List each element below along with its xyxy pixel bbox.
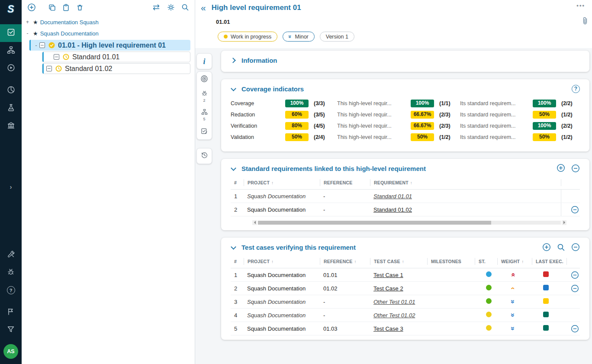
test-case-link[interactable]: Other Test 01.01: [373, 299, 415, 305]
delete-icon[interactable]: [76, 4, 84, 11]
tab-verifying-test-cases[interactable]: [197, 124, 212, 139]
remove-link-button[interactable]: [571, 243, 580, 251]
status-chip[interactable]: Work in progress: [218, 32, 277, 42]
coverage-ratio: (1/2): [558, 112, 579, 118]
collapse-tree-icon[interactable]: [201, 4, 206, 12]
cell-test-case: Other Test 01.02: [370, 312, 427, 319]
nav-help[interactable]: [0, 281, 22, 299]
cell-project: Squash Documentation: [244, 272, 320, 278]
attachment-icon[interactable]: [582, 16, 589, 26]
coverage-badge: 66.67%: [411, 111, 434, 119]
test-case-link[interactable]: Test Case 1: [373, 272, 403, 278]
section-header[interactable]: Information: [231, 53, 580, 68]
chevron-down-icon[interactable]: [231, 245, 236, 250]
column-header-num[interactable]: #: [231, 258, 244, 265]
test-cases-table: # PROJECT REFERENCE TEST CASE MILESTONES…: [231, 254, 580, 335]
cell-requirement: Standard 01.02: [370, 206, 561, 213]
nav-executions[interactable]: [0, 60, 22, 77]
search-icon[interactable]: [557, 243, 565, 251]
copy-icon[interactable]: [48, 4, 56, 11]
collapse-icon[interactable]: -: [33, 42, 39, 48]
nav-requirements[interactable]: [0, 24, 22, 42]
remove-row-button[interactable]: [571, 325, 579, 333]
tab-coverage[interactable]: [197, 72, 212, 87]
cell-project: Squash Documentation: [244, 325, 320, 332]
add-link-button[interactable]: [557, 164, 565, 174]
nav-filter[interactable]: [0, 321, 22, 339]
nav-tools[interactable]: [0, 246, 22, 264]
tree-checkbox[interactable]: [54, 54, 59, 60]
chevron-down-icon[interactable]: [231, 166, 236, 171]
tree-node-standard-requirement[interactable]: Standard 01.01: [42, 52, 190, 62]
remove-row-button[interactable]: [571, 206, 579, 214]
paste-icon[interactable]: [62, 4, 70, 11]
tab-linked-requirements[interactable]: 5: [197, 106, 212, 124]
coverage-ratio: (3/5): [310, 112, 337, 118]
section-header[interactable]: Standard requirements linked to this hig…: [231, 161, 580, 176]
tree-checkbox[interactable]: [46, 66, 52, 71]
column-header-weight[interactable]: WEIGHT: [497, 258, 532, 265]
column-header-last-exec[interactable]: LAST EXEC.: [532, 258, 566, 265]
cell-last-exec: [532, 325, 566, 332]
squash-logo[interactable]: S: [0, 0, 22, 18]
column-header-status[interactable]: ST.: [475, 258, 497, 265]
help-icon[interactable]: [572, 85, 580, 93]
scrollbar-thumb[interactable]: [258, 221, 491, 225]
cell-reference: 01.02: [320, 285, 370, 292]
cell-reference: 01.03: [320, 325, 370, 332]
search-icon[interactable]: [181, 3, 189, 11]
column-header-num[interactable]: #: [231, 179, 244, 186]
criticality-chip[interactable]: Minor: [283, 32, 315, 42]
nav-bug-tracker[interactable]: [0, 264, 22, 281]
expand-icon[interactable]: +: [24, 19, 31, 25]
user-avatar[interactable]: AS: [3, 344, 18, 359]
column-header-test-case[interactable]: TEST CASE: [370, 258, 427, 265]
requirement-link[interactable]: Standard 01.01: [373, 193, 412, 200]
tree-node-high-level-requirement[interactable]: - 01.01 - High level requirement 01: [29, 40, 190, 51]
requirement-link[interactable]: Standard 01.02: [373, 206, 412, 213]
scroll-left-button[interactable]: [252, 220, 257, 225]
section-header[interactable]: Test cases verifying this requirement: [231, 240, 580, 254]
more-options-icon[interactable]: [576, 2, 585, 9]
scrollbar-track[interactable]: [258, 221, 561, 225]
tab-anomalies[interactable]: 2: [197, 87, 212, 106]
test-case-link[interactable]: Test Case 2: [373, 285, 403, 292]
column-header-requirement[interactable]: REQUIREMENT: [370, 179, 561, 186]
nav-reports[interactable]: [0, 82, 22, 100]
tree-node-project[interactable]: + Documentation Squash: [22, 16, 195, 28]
collapse-icon[interactable]: -: [24, 30, 31, 36]
column-header-project[interactable]: PROJECT: [244, 258, 320, 265]
test-case-link[interactable]: Other Test 01.02: [373, 312, 415, 319]
tab-information[interactable]: [197, 54, 212, 69]
column-header-reference[interactable]: REFERENCE: [320, 179, 370, 186]
remove-link-button[interactable]: [571, 164, 580, 173]
scroll-right-button[interactable]: [562, 220, 566, 225]
gear-icon[interactable]: [167, 3, 175, 11]
nav-milestones[interactable]: [0, 303, 22, 321]
table-row: 1 Squash Documentation 01.01 Test Case 1: [231, 268, 580, 282]
tree-checkbox[interactable]: [39, 42, 45, 48]
nav-test-cases[interactable]: [0, 42, 22, 60]
nav-administration[interactable]: [0, 117, 22, 135]
remove-row-button[interactable]: [571, 271, 579, 279]
column-header-project[interactable]: PROJECT: [244, 179, 320, 186]
chevron-down-icon[interactable]: [231, 86, 236, 91]
tab-history[interactable]: [197, 148, 212, 164]
tree-node-project[interactable]: - Squash Documentation: [22, 28, 195, 39]
tree-node-standard-requirement[interactable]: Standard 01.02: [42, 63, 190, 74]
nav-campaigns[interactable]: [0, 100, 22, 117]
column-header-reference[interactable]: REFERENCE: [320, 258, 370, 265]
column-header-milestones[interactable]: MILESTONES: [427, 258, 475, 265]
add-link-button[interactable]: [542, 243, 551, 251]
section-header[interactable]: Coverage indicators: [231, 81, 580, 96]
chevron-right-icon[interactable]: [231, 58, 236, 63]
test-case-link[interactable]: Test Case 3: [373, 325, 403, 332]
remove-row-button[interactable]: [571, 284, 579, 293]
version-chip[interactable]: Version 1: [320, 32, 354, 42]
new-requirement-button[interactable]: [27, 3, 36, 12]
panel-expand-chevron-icon[interactable]: [0, 184, 22, 190]
coverage-table: Coverage 100% (3/3) This high-level requ…: [231, 96, 580, 147]
cell-test-case: Test Case 2: [370, 285, 427, 292]
horizontal-scrollbar[interactable]: [252, 220, 566, 225]
sort-swap-icon[interactable]: [152, 4, 161, 11]
